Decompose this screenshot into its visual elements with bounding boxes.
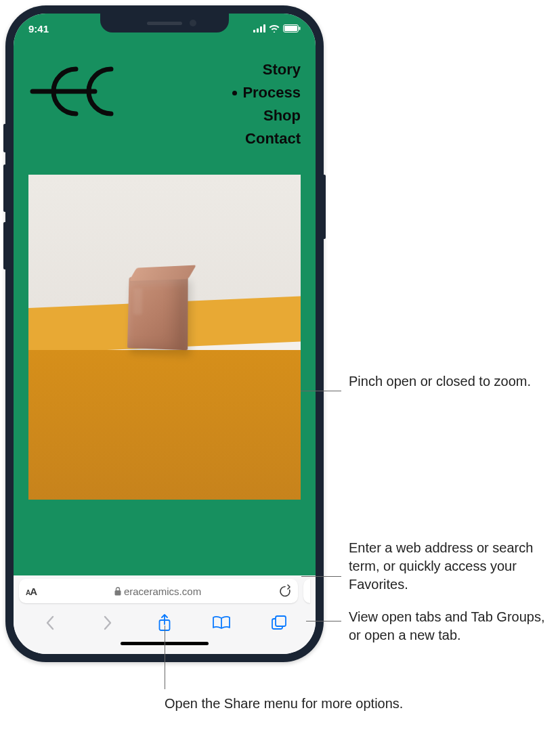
chevron-left-icon [45,615,55,630]
screen: 9:41 Story Process Shop [14,14,316,654]
forward-button[interactable] [93,608,123,638]
battery-icon [283,24,301,32]
nav-label: Process [242,84,301,102]
callout-line [165,626,165,689]
callout-line [301,391,341,391]
address-bar[interactable]: AA eraceramics.com [19,579,298,603]
svg-rect-5 [284,26,297,31]
nav-label: Story [263,61,301,79]
next-tab-peek[interactable] [303,579,310,603]
tabs-icon [271,615,287,631]
aa-icon[interactable]: AA [26,586,37,597]
bookmarks-button[interactable] [207,608,236,638]
status-time: 9:41 [28,23,49,35]
nav-label: Shop [263,107,301,125]
signal-icon [253,24,265,32]
callout-line [301,576,341,577]
svg-rect-8 [114,590,121,596]
hero-image[interactable] [28,175,301,500]
nav-item-contact[interactable]: Contact [245,130,301,148]
svg-rect-3 [263,24,265,32]
notch [100,14,229,32]
callout-line [306,621,341,621]
svg-rect-2 [260,26,262,32]
address-bar-row: AA eraceramics.com [14,575,316,607]
chevron-right-icon [103,615,112,630]
reload-icon[interactable] [279,584,291,598]
wifi-icon [269,24,280,32]
active-dot-icon [232,91,237,95]
tabs-button[interactable] [264,608,294,638]
nav-item-process[interactable]: Process [232,84,301,102]
svg-rect-1 [257,28,259,32]
callout-address: Enter a web address or search term, or q… [349,539,560,594]
nav-item-shop[interactable]: Shop [263,107,301,125]
svg-rect-0 [253,30,255,32]
back-button[interactable] [35,608,65,638]
nav-item-story[interactable]: Story [263,61,301,79]
callout-tabs: View open tabs and Tab Groups, or open a… [349,608,560,645]
lock-icon [114,587,121,596]
iphone-frame: 9:41 Story Process Shop [5,5,324,662]
webpage-content[interactable]: Story Process Shop Contact [14,43,316,575]
svg-rect-6 [299,27,301,30]
callout-share: Open the Share menu for more options. [165,695,403,713]
site-nav: Story Process Shop Contact [232,61,301,148]
callout-zoom: Pinch open or closed to zoom. [349,372,531,391]
svg-rect-11 [276,616,286,626]
book-icon [212,615,231,630]
site-logo[interactable] [28,61,130,122]
address-domain: eraceramics.com [124,586,201,597]
nav-label: Contact [245,130,301,148]
